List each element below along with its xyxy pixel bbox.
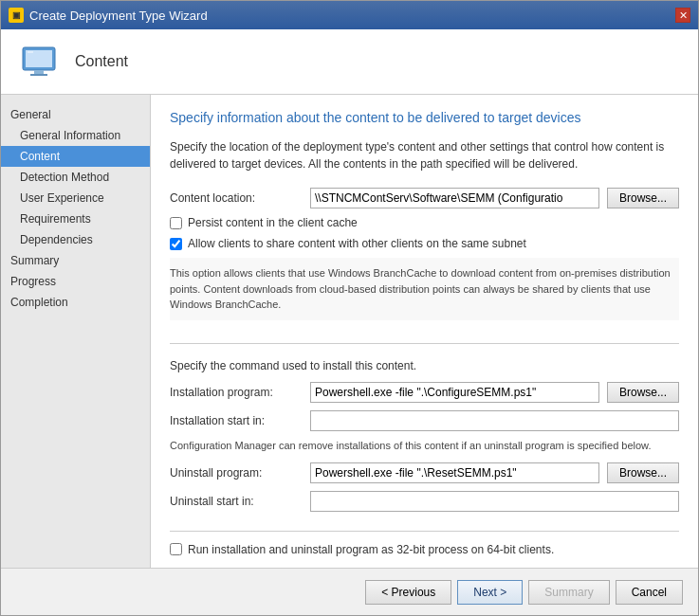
title-left: ▣ Create Deployment Type Wizard	[9, 8, 208, 23]
uninstall-program-label: Uninstall program:	[170, 466, 303, 480]
uninstall-start-label: Uninstall start in:	[170, 495, 303, 508]
main-panel: Specify information about the content to…	[151, 95, 698, 568]
next-button[interactable]: Next >	[457, 580, 523, 605]
svg-rect-2	[34, 70, 44, 74]
header-icon	[16, 39, 62, 84]
uninstall-program-browse-button[interactable]: Browse...	[607, 462, 679, 483]
persist-cache-row: Persist content in the client cache	[170, 216, 679, 229]
previous-button[interactable]: < Previous	[365, 580, 451, 605]
allow-share-label: Allow clients to share content with othe…	[188, 237, 526, 250]
divider-2	[170, 531, 679, 532]
content-location-row: Content location: Browse...	[170, 188, 679, 208]
config-note: Configuration Manager can remove install…	[170, 439, 679, 453]
installation-program-browse-button[interactable]: Browse...	[607, 382, 679, 403]
allow-share-row: Allow clients to share content with othe…	[170, 237, 679, 250]
main-title: Specify information about the content to…	[170, 110, 679, 125]
installation-start-row: Installation start in:	[170, 410, 679, 431]
installation-start-input[interactable]	[310, 410, 679, 431]
uninstall-program-row: Uninstall program: Browse...	[170, 462, 679, 483]
uninstall-start-row: Uninstall start in:	[170, 491, 679, 512]
window-title: Create Deployment Type Wizard	[29, 9, 208, 23]
header-title: Content	[75, 53, 128, 70]
content-location-label: Content location:	[170, 191, 303, 205]
title-bar-icons: ✕	[675, 8, 690, 23]
sidebar: General General Information Content Dete…	[1, 95, 151, 568]
run-32bit-row: Run installation and uninstall program a…	[170, 543, 679, 556]
sidebar-section-general: General	[1, 104, 150, 125]
persist-cache-checkbox[interactable]	[170, 217, 182, 229]
run-32bit-label: Run installation and uninstall program a…	[188, 543, 554, 556]
content-area: General General Information Content Dete…	[1, 95, 698, 568]
sidebar-item-general-information[interactable]: General Information	[1, 125, 150, 146]
sidebar-item-dependencies[interactable]: Dependencies	[1, 229, 150, 250]
close-icon[interactable]: ✕	[675, 8, 690, 23]
svg-rect-3	[30, 74, 47, 76]
content-location-input[interactable]	[310, 188, 599, 208]
app-logo: ▣	[9, 8, 24, 23]
sidebar-item-progress[interactable]: Progress	[1, 271, 150, 292]
uninstall-program-input[interactable]	[310, 462, 599, 483]
installation-program-label: Installation program:	[170, 386, 303, 399]
sidebar-item-user-experience[interactable]: User Experience	[1, 188, 150, 208]
installation-program-row: Installation program: Browse...	[170, 382, 679, 403]
divider-1	[170, 343, 679, 344]
summary-button[interactable]: Summary	[528, 580, 609, 605]
title-bar: ▣ Create Deployment Type Wizard ✕	[1, 1, 698, 29]
description: Specify the location of the deployment t…	[170, 138, 679, 172]
sidebar-item-summary[interactable]: Summary	[1, 250, 150, 271]
wizard-window: ▣ Create Deployment Type Wizard ✕ Conten…	[0, 0, 699, 616]
header-bar: Content	[1, 29, 698, 95]
footer: < Previous Next > Summary Cancel	[1, 568, 698, 615]
branch-cache-info: This option allows clients that use Wind…	[170, 258, 679, 320]
sidebar-item-detection-method[interactable]: Detection Method	[1, 167, 150, 188]
sidebar-item-content[interactable]: Content	[1, 146, 150, 167]
cancel-button[interactable]: Cancel	[616, 580, 683, 605]
content-location-browse-button[interactable]: Browse...	[607, 188, 679, 208]
install-section-label: Specify the command used to install this…	[170, 359, 679, 372]
run-32bit-checkbox[interactable]	[170, 543, 182, 555]
installation-start-label: Installation start in:	[170, 414, 303, 427]
allow-share-checkbox[interactable]	[170, 238, 182, 250]
uninstall-start-input[interactable]	[310, 491, 679, 512]
persist-cache-label: Persist content in the client cache	[188, 216, 358, 229]
sidebar-item-completion[interactable]: Completion	[1, 292, 150, 313]
installation-program-input[interactable]	[310, 382, 599, 403]
sidebar-item-requirements[interactable]: Requirements	[1, 208, 150, 229]
